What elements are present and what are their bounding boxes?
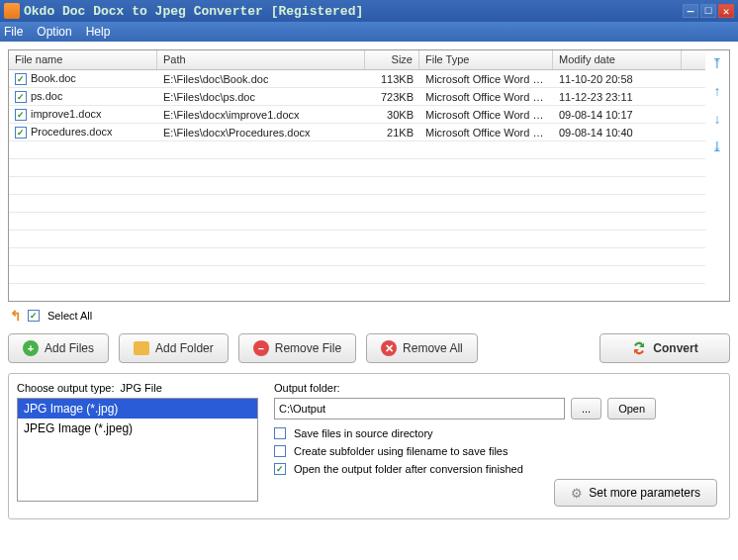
output-folder-input[interactable] xyxy=(274,398,565,420)
app-icon xyxy=(4,3,20,19)
maximize-button[interactable]: □ xyxy=(700,4,716,18)
folder-icon xyxy=(134,341,149,355)
checkbox-icon xyxy=(274,463,286,475)
reorder-controls: ⤒ ↑ ↓ ⤓ xyxy=(705,50,729,301)
listbox-item[interactable]: JPEG Image (*.jpeg) xyxy=(18,419,257,438)
x-icon: ✕ xyxy=(381,340,397,356)
checkbox-icon xyxy=(274,445,286,457)
row-checkbox[interactable] xyxy=(15,109,27,121)
checkbox-icon xyxy=(274,427,286,439)
header-filename[interactable]: File name xyxy=(9,50,157,69)
row-checkbox[interactable] xyxy=(15,127,27,139)
browse-button[interactable]: ... xyxy=(571,398,601,420)
table-row xyxy=(9,213,705,231)
table-row xyxy=(9,231,705,248)
table-row xyxy=(9,141,705,159)
table-row[interactable]: Procedures.docxE:\Files\docx\Procedures.… xyxy=(9,124,705,141)
listbox-item[interactable]: JPG Image (*.jpg) xyxy=(18,399,257,419)
open-after-checkbox[interactable]: Open the output folder after conversion … xyxy=(274,463,721,475)
table-row[interactable]: improve1.docxE:\Files\docx\improve1.docx… xyxy=(9,106,705,124)
titlebar: Okdo Doc Docx to Jpeg Converter [Registe… xyxy=(0,0,738,22)
header-size[interactable]: Size xyxy=(365,50,419,69)
output-panel: Choose output type: JPG File JPG Image (… xyxy=(8,373,730,519)
table-row xyxy=(9,177,705,195)
open-button[interactable]: Open xyxy=(607,398,656,420)
save-source-checkbox[interactable]: Save files in source directory xyxy=(274,427,721,439)
menu-help[interactable]: Help xyxy=(86,25,111,39)
select-all-checkbox[interactable]: Select All xyxy=(28,310,92,322)
output-folder-label: Output folder: xyxy=(274,382,721,394)
row-checkbox[interactable] xyxy=(15,91,27,103)
output-type-listbox[interactable]: JPG Image (*.jpg)JPEG Image (*.jpeg) xyxy=(17,398,258,502)
menu-file[interactable]: File xyxy=(4,25,23,39)
table-row[interactable]: ps.docE:\Files\doc\ps.doc723KBMicrosoft … xyxy=(9,88,705,106)
move-up-icon[interactable]: ↑ xyxy=(708,82,726,100)
select-all-label: Select All xyxy=(47,310,92,322)
file-table: File name Path Size File Type Modify dat… xyxy=(8,49,730,302)
remove-all-button[interactable]: ✕ Remove All xyxy=(366,333,478,363)
table-row xyxy=(9,284,705,301)
move-top-icon[interactable]: ⤒ xyxy=(708,54,726,72)
output-type-label: Choose output type: JPG File xyxy=(17,382,258,394)
convert-icon xyxy=(631,340,647,356)
row-checkbox[interactable] xyxy=(15,73,27,85)
set-more-parameters-button[interactable]: ⚙ Set more parameters xyxy=(554,479,717,507)
window-title: Okdo Doc Docx to Jpeg Converter [Registe… xyxy=(24,4,363,19)
move-down-icon[interactable]: ↓ xyxy=(708,110,726,128)
move-bottom-icon[interactable]: ⤓ xyxy=(708,138,726,155)
remove-file-button[interactable]: – Remove File xyxy=(238,333,356,363)
header-filetype[interactable]: File Type xyxy=(419,50,553,69)
convert-button[interactable]: Convert xyxy=(600,333,730,363)
table-row xyxy=(9,159,705,177)
create-subfolder-checkbox[interactable]: Create subfolder using filename to save … xyxy=(274,445,721,457)
checkbox-icon xyxy=(28,310,40,322)
close-button[interactable]: ✕ xyxy=(718,4,734,18)
add-files-button[interactable]: + Add Files xyxy=(8,333,109,363)
minimize-button[interactable]: — xyxy=(683,4,698,18)
plus-icon: + xyxy=(23,340,39,356)
table-row xyxy=(9,248,705,266)
table-row xyxy=(9,195,705,213)
table-header: File name Path Size File Type Modify dat… xyxy=(9,50,705,70)
add-folder-button[interactable]: Add Folder xyxy=(119,333,229,363)
menu-option[interactable]: Option xyxy=(37,25,71,39)
header-modifydate[interactable]: Modify date xyxy=(553,50,682,69)
table-row[interactable]: Book.docE:\Files\doc\Book.doc113KBMicros… xyxy=(9,70,705,88)
table-row xyxy=(9,266,705,284)
gear-icon: ⚙ xyxy=(571,486,583,501)
minus-icon: – xyxy=(253,340,269,356)
header-path[interactable]: Path xyxy=(157,50,365,69)
menubar: File Option Help xyxy=(0,22,738,42)
up-level-icon[interactable]: ↰ xyxy=(10,308,22,324)
